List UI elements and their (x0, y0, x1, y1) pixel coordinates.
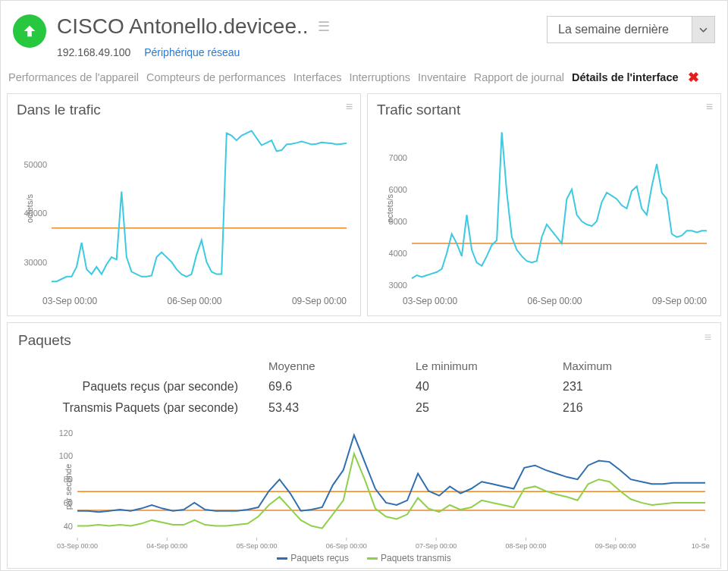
time-range-select[interactable]: La semaine dernière (547, 16, 715, 43)
tab-bar: Performances de l'appareil Compteurs de … (1, 64, 727, 93)
col-min: Le minimum (416, 359, 563, 372)
svg-text:40: 40 (64, 522, 73, 531)
panel-title-out: Trafic sortant (377, 102, 711, 118)
chart-out-traffic: 30004000500060007000 (377, 121, 711, 296)
tab-interrupts[interactable]: Interruptions (349, 71, 410, 83)
legend-xmit: Paquets transmis (381, 553, 451, 563)
col-avg: Moyenne (268, 359, 416, 372)
col-max: Maximum (563, 359, 710, 372)
svg-text:06-Sep 00:00: 06-Sep 00:00 (326, 542, 367, 550)
svg-text:10-Sep ..: 10-Sep .. (692, 542, 710, 550)
recv-avg: 69.6 (268, 380, 416, 394)
title-menu-icon[interactable]: ☰ (318, 20, 330, 33)
panel-title-packets: Paquets (18, 332, 710, 349)
ylabel-in: octets/s (25, 194, 34, 223)
svg-text:07-Sep 00:00: 07-Sep 00:00 (416, 542, 457, 550)
svg-text:100: 100 (59, 451, 73, 460)
time-range-label: La semaine dernière (548, 17, 692, 42)
chart-in-traffic: 300004000050000 (17, 121, 351, 296)
svg-text:7000: 7000 (389, 153, 407, 162)
device-type-link[interactable]: Périphérique réseau (144, 46, 240, 58)
legend-recv: Paquets reçus (290, 553, 349, 563)
xticks-out: 03-Sep 00:0006-Sep 00:0009-Sep 00:00 (377, 296, 711, 311)
svg-text:3000: 3000 (389, 281, 407, 290)
device-ip: 192.168.49.100 (57, 46, 130, 58)
tab-interface-details[interactable]: Détails de l'interface (572, 71, 678, 83)
tab-device-perf[interactable]: Performances de l'appareil (8, 71, 139, 83)
svg-text:6000: 6000 (389, 185, 407, 194)
panel-menu-icon[interactable]: ≡ (706, 100, 713, 114)
chevron-down-icon[interactable] (692, 17, 714, 42)
svg-text:30000: 30000 (24, 258, 47, 267)
close-icon[interactable]: ✖ (688, 69, 699, 86)
recv-min: 40 (416, 380, 563, 394)
top-charts-row: Dans le trafic ≡ octets/s 30000400005000… (1, 93, 727, 316)
panel-in-traffic: Dans le trafic ≡ octets/s 30000400005000… (7, 93, 361, 316)
tab-interfaces[interactable]: Interfaces (293, 71, 342, 83)
row-xmit-label: Transmis Paquets (par seconde) (18, 401, 268, 415)
svg-text:120: 120 (59, 428, 73, 438)
svg-text:4000: 4000 (389, 249, 407, 258)
packets-stats-table: Moyenne Le minimum Maximum Paquets reçus… (18, 359, 710, 415)
svg-text:03-Sep 00:00: 03-Sep 00:00 (57, 542, 98, 550)
row-recv-label: Paquets reçus (par seconde) (18, 380, 268, 394)
xmit-max: 216 (563, 401, 710, 415)
recv-max: 231 (563, 380, 710, 394)
panel-menu-icon[interactable]: ≡ (346, 100, 353, 114)
xmit-min: 25 (416, 401, 563, 415)
svg-text:05-Sep 00:00: 05-Sep 00:00 (237, 542, 278, 550)
panel-title-in: Dans le trafic (17, 102, 351, 118)
tab-inventory[interactable]: Inventaire (418, 71, 466, 83)
packets-legend: Paquets reçus Paquets transmis (18, 551, 710, 565)
svg-text:50000: 50000 (24, 160, 47, 169)
header: CISCO Antonello.devicee.. ☰ 192.168.49.1… (1, 1, 727, 64)
tab-perf-counters[interactable]: Compteurs de performances (146, 71, 286, 83)
panel-menu-icon[interactable]: ≡ (704, 331, 711, 344)
svg-text:04-Sep 00:00: 04-Sep 00:00 (146, 542, 187, 550)
panel-out-traffic: Trafic sortant ≡ octets/s 30004000500060… (367, 93, 721, 316)
svg-text:08-Sep 00:00: 08-Sep 00:00 (505, 542, 546, 550)
svg-text:09-Sep 00:00: 09-Sep 00:00 (595, 542, 636, 550)
xticks-in: 03-Sep 00:0006-Sep 00:0009-Sep 00:00 (17, 296, 351, 311)
device-title: CISCO Antonello.devicee.. (57, 14, 309, 39)
ylabel-packets: par seconde (64, 464, 73, 510)
tab-journal[interactable]: Rapport de journal (474, 71, 564, 83)
title-block: CISCO Antonello.devicee.. ☰ 192.168.49.1… (57, 14, 536, 58)
status-up-icon (13, 14, 46, 48)
xmit-avg: 53.43 (268, 401, 416, 415)
ylabel-out: octets/s (385, 194, 394, 223)
chart-packets: 40608010012003-Sep 00:0004-Sep 00:0005-S… (18, 422, 710, 551)
panel-packets: Paquets ≡ Moyenne Le minimum Maximum Paq… (7, 322, 721, 569)
